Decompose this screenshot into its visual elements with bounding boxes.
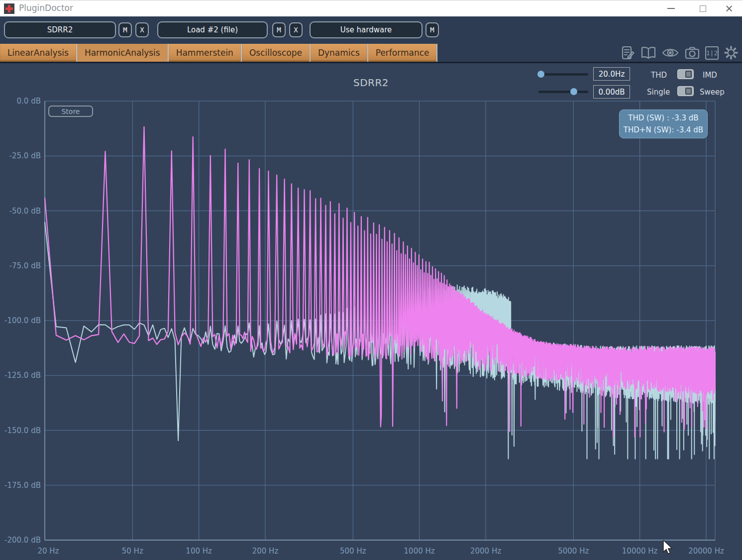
app-icon bbox=[4, 3, 14, 14]
close-icon: × bbox=[725, 3, 734, 14]
harmonic-analysis-panel: SDRR2 0.0 dB-25.0 dB-50.0 dB-75.0 dB-100… bbox=[0, 63, 742, 560]
single-label: Single bbox=[647, 88, 670, 97]
close-button[interactable]: × bbox=[718, 0, 741, 16]
x-tick-label: 20 Hz bbox=[37, 547, 59, 556]
y-tick-label: -25.0 dB bbox=[9, 151, 41, 160]
minimize-icon bbox=[667, 8, 675, 9]
slot-2-clear-button[interactable]: X bbox=[289, 22, 303, 37]
thd-label: THD bbox=[651, 71, 667, 80]
page-switch-icon[interactable]: 1|2 bbox=[705, 46, 719, 60]
single-sweep-toggle[interactable] bbox=[677, 86, 694, 96]
use-hardware-button[interactable]: Use hardware bbox=[310, 21, 423, 38]
level-value-field[interactable]: 0.00dB bbox=[593, 85, 630, 99]
window-titlebar: PluginDoctor × bbox=[0, 0, 742, 16]
thd-imd-toggle-knob[interactable] bbox=[685, 71, 692, 78]
plugin-slot-2-button[interactable]: Load #2 (file) bbox=[157, 21, 268, 38]
plugin-slot-bar: SDRR2 M X Load #2 (file) M X Use hardwar… bbox=[0, 16, 742, 44]
x-tick-label: 5000 Hz bbox=[558, 547, 589, 556]
single-sweep-toggle-knob[interactable] bbox=[685, 88, 692, 95]
slot-2-mute-button[interactable]: M bbox=[272, 22, 286, 37]
x-tick-label: 2000 Hz bbox=[470, 547, 501, 556]
level-slider[interactable] bbox=[538, 88, 588, 95]
thd-imd-toggle[interactable] bbox=[677, 69, 694, 79]
y-tick-label: -75.0 dB bbox=[9, 261, 41, 270]
minimize-button[interactable] bbox=[659, 0, 682, 16]
y-tick-label: -175.0 dB bbox=[4, 481, 41, 490]
y-tick-label: -200.0 dB bbox=[4, 536, 41, 545]
x-tick-label: 20000 Hz bbox=[688, 547, 724, 556]
maximize-icon bbox=[700, 5, 706, 12]
y-tick-label: -50.0 dB bbox=[9, 207, 41, 216]
x-tick-label: 50 Hz bbox=[122, 547, 143, 556]
hardware-mute-button[interactable]: M bbox=[425, 22, 439, 37]
settings-gear-icon[interactable] bbox=[723, 45, 739, 61]
frequency-slider-track[interactable] bbox=[538, 73, 588, 76]
thd-n-value: THD+N (SW): -3.4 dB bbox=[624, 125, 703, 134]
tab-hammerstein[interactable]: Hammerstein bbox=[169, 44, 242, 62]
tab-linear-analysis[interactable]: LinearAnalysis bbox=[0, 44, 77, 62]
tab-harmonic-analysis[interactable]: HarmonicAnalysis bbox=[77, 44, 169, 62]
tab-oscilloscope[interactable]: Oscilloscope bbox=[242, 44, 311, 62]
x-tick-label: 1000 Hz bbox=[404, 547, 435, 556]
analysis-tab-bar: LinearAnalysis HarmonicAnalysis Hammerst… bbox=[0, 44, 742, 63]
maximize-button[interactable] bbox=[691, 0, 714, 16]
level-slider-knob[interactable] bbox=[570, 88, 577, 95]
view-eye-icon[interactable] bbox=[661, 45, 679, 61]
notes-icon[interactable] bbox=[620, 45, 636, 61]
y-tick-label: -100.0 dB bbox=[4, 316, 41, 325]
y-tick-label: -125.0 dB bbox=[4, 371, 41, 380]
thd-readout-box: THD (SW) : -3.3 dB THD+N (SW): -3.4 dB bbox=[619, 110, 708, 138]
imd-label: IMD bbox=[703, 71, 717, 80]
x-tick-label: 200 Hz bbox=[252, 547, 279, 556]
x-tick-label: 500 Hz bbox=[340, 547, 366, 556]
tab-performance[interactable]: Performance bbox=[368, 44, 438, 62]
y-tick-label: -150.0 dB bbox=[4, 426, 41, 435]
level-slider-track[interactable] bbox=[538, 91, 588, 93]
window-title: PluginDoctor bbox=[19, 3, 73, 13]
x-tick-label: 100 Hz bbox=[186, 547, 212, 556]
thd-value: THD (SW) : -3.3 dB bbox=[628, 113, 698, 122]
manual-book-icon[interactable] bbox=[640, 45, 657, 61]
plugin-slot-1-button[interactable]: SDRR2 bbox=[4, 21, 116, 38]
mouse-cursor bbox=[663, 540, 675, 556]
screenshot-camera-icon[interactable] bbox=[684, 45, 701, 61]
slot-1-clear-button[interactable]: X bbox=[135, 22, 149, 37]
frequency-value-field[interactable]: 20.0Hz bbox=[593, 67, 630, 81]
sweep-label: Sweep bbox=[700, 88, 725, 97]
frequency-slider[interactable] bbox=[538, 71, 588, 78]
store-button[interactable]: Store bbox=[48, 106, 93, 117]
frequency-slider-knob[interactable] bbox=[537, 71, 544, 78]
slot-1-mute-button[interactable]: M bbox=[118, 22, 132, 37]
tab-dynamics[interactable]: Dynamics bbox=[311, 44, 368, 62]
x-tick-label: 10000 Hz bbox=[622, 547, 658, 556]
y-tick-label: 0.0 dB bbox=[17, 97, 41, 106]
